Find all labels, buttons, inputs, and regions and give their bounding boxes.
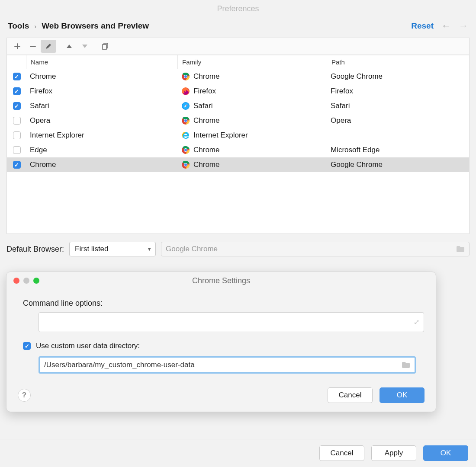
breadcrumb-root[interactable]: Tools <box>8 21 29 31</box>
breadcrumb: Tools › Web Browsers and Preview <box>8 21 149 31</box>
folder-icon[interactable] <box>456 246 465 253</box>
svg-point-13 <box>184 149 187 151</box>
chrome-icon <box>181 72 190 81</box>
move-down-button[interactable] <box>77 40 93 53</box>
row-checkbox[interactable] <box>13 102 21 110</box>
dialog-cancel-button[interactable]: Cancel <box>328 387 373 403</box>
row-path: Opera <box>331 116 351 125</box>
column-path[interactable]: Path <box>327 55 469 69</box>
table-body: ChromeChromeGoogle ChromeFirefoxFirefoxF… <box>7 69 469 234</box>
table-header: Name Family Path <box>7 55 469 69</box>
row-family: Firefox <box>193 87 216 96</box>
svg-rect-1 <box>103 45 106 49</box>
row-family: Chrome <box>193 72 219 81</box>
folder-icon[interactable] <box>402 361 410 368</box>
row-checkbox[interactable] <box>13 73 21 80</box>
reset-button[interactable]: Reset <box>411 21 434 31</box>
chrome-icon <box>181 160 190 169</box>
back-arrow-icon[interactable]: ← <box>441 20 451 32</box>
row-family: Chrome <box>193 160 219 169</box>
default-browser-select[interactable]: First listed ▼ <box>69 242 156 256</box>
chrome-icon <box>181 146 190 154</box>
row-name: Chrome <box>30 160 56 169</box>
default-browser-label: Default Browser: <box>6 245 64 254</box>
chevron-down-icon: ▼ <box>147 246 152 252</box>
chrome-settings-dialog: Chrome Settings Command line options: ⤢ … <box>6 272 436 412</box>
move-up-button[interactable] <box>61 40 77 53</box>
row-family: Chrome <box>193 146 219 154</box>
chrome-icon <box>181 116 190 125</box>
safari-icon <box>181 102 190 110</box>
row-checkbox[interactable] <box>13 87 21 95</box>
window-title: Preferences <box>0 0 476 18</box>
row-name: Firefox <box>30 87 52 96</box>
svg-point-16 <box>184 163 187 166</box>
command-line-input[interactable]: ⤢ <box>39 312 424 332</box>
custom-dir-input[interactable]: /Users/barbara/my_custom_chrome-user-dat… <box>39 356 416 374</box>
row-checkbox[interactable] <box>13 117 21 125</box>
table-row[interactable]: FirefoxFirefoxFirefox <box>7 84 469 99</box>
help-button[interactable]: ? <box>18 389 31 402</box>
close-window-icon[interactable] <box>13 278 19 284</box>
row-checkbox[interactable] <box>13 146 21 154</box>
footer: Cancel Apply OK <box>0 439 476 467</box>
row-path: Google Chrome <box>331 72 383 81</box>
row-family: Chrome <box>193 116 219 125</box>
row-path: Microsoft Edge <box>331 146 380 154</box>
table-row[interactable]: SafariSafariSafari <box>7 99 469 113</box>
dialog-title: Chrome Settings <box>6 276 436 285</box>
dialog-ok-button[interactable]: OK <box>380 387 425 403</box>
row-family: Internet Explorer <box>193 131 248 140</box>
cancel-button[interactable]: Cancel <box>319 445 364 461</box>
table-row[interactable]: OperaChromeOpera <box>7 113 469 128</box>
table-row[interactable]: Internet ExplorerInternet Explorer <box>7 128 469 143</box>
table-row[interactable]: EdgeChromeMicrosoft Edge <box>7 143 469 157</box>
use-custom-dir-checkbox[interactable] <box>23 342 31 350</box>
chevron-right-icon: › <box>34 22 36 30</box>
row-path: Firefox <box>331 87 353 96</box>
ok-button[interactable]: OK <box>423 445 468 461</box>
row-name: Opera <box>30 116 50 125</box>
toolbar <box>7 38 469 55</box>
copy-button[interactable] <box>98 40 113 53</box>
row-name: Edge <box>30 146 47 154</box>
svg-point-4 <box>184 75 187 78</box>
row-name: Chrome <box>30 72 56 81</box>
command-line-label: Command line options: <box>23 299 425 308</box>
edit-button[interactable] <box>41 40 56 53</box>
expand-icon[interactable]: ⤢ <box>414 318 419 326</box>
row-path: Safari <box>331 102 350 110</box>
row-path: Google Chrome <box>331 160 383 169</box>
default-browser-resolved: Google Chrome <box>161 242 470 256</box>
row-name: Safari <box>30 102 49 110</box>
browsers-panel: Name Family Path ChromeChromeGoogle Chro… <box>6 38 470 234</box>
minimize-window-icon <box>23 278 29 284</box>
apply-button[interactable]: Apply <box>371 445 416 461</box>
breadcrumb-leaf: Web Browsers and Preview <box>42 21 149 31</box>
table-row[interactable]: ChromeChromeGoogle Chrome <box>7 69 469 84</box>
row-checkbox[interactable] <box>13 131 21 139</box>
zoom-window-icon[interactable] <box>33 278 39 284</box>
forward-arrow-icon: → <box>459 20 468 32</box>
table-row[interactable]: ChromeChromeGoogle Chrome <box>7 157 469 172</box>
column-name[interactable]: Name <box>26 55 178 69</box>
row-family: Safari <box>193 102 212 110</box>
remove-button[interactable] <box>25 40 41 53</box>
svg-point-10 <box>184 119 187 122</box>
row-checkbox[interactable] <box>13 161 21 169</box>
add-button[interactable] <box>10 40 25 53</box>
ie-icon <box>181 131 190 140</box>
firefox-icon <box>181 87 190 96</box>
row-name: Internet Explorer <box>30 131 84 140</box>
column-family[interactable]: Family <box>178 55 327 69</box>
use-custom-dir-label: Use custom user data directory: <box>36 342 140 350</box>
